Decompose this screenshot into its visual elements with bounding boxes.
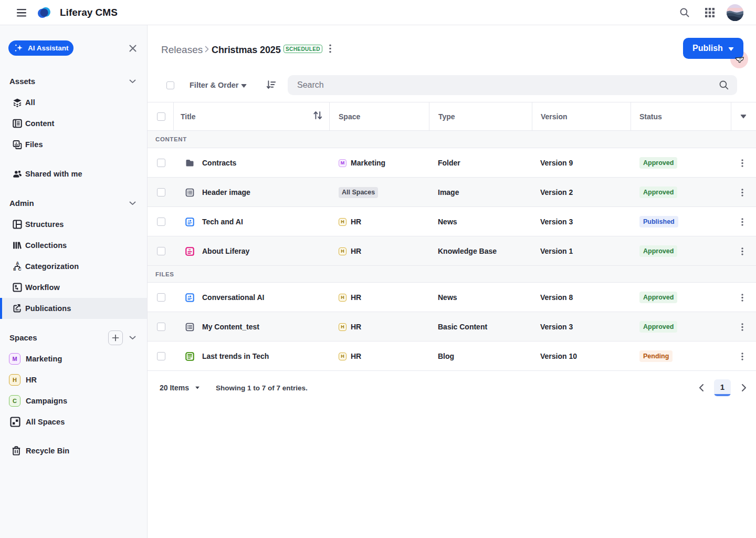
svg-text:C: C	[18, 266, 22, 271]
svg-text:A: A	[16, 262, 19, 266]
svg-text:B: B	[13, 267, 16, 271]
